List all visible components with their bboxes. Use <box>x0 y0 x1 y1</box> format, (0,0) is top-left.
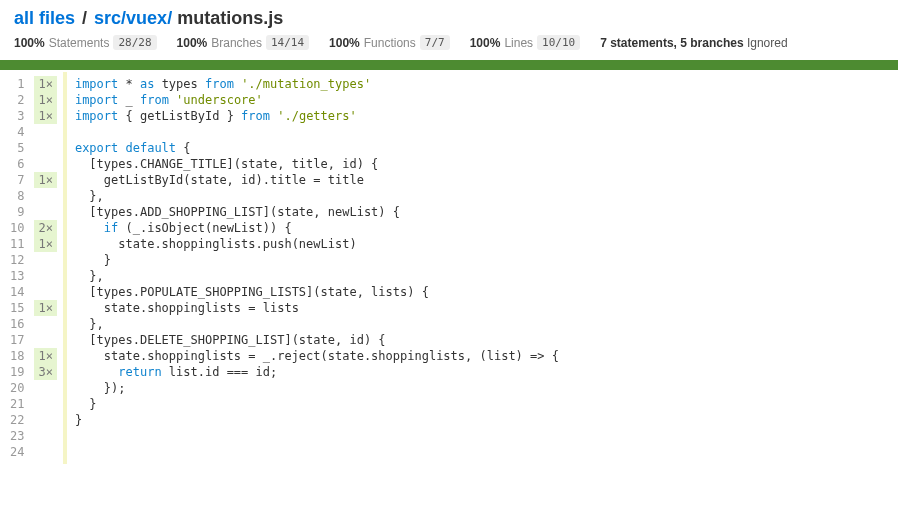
hit-count-empty <box>34 268 56 284</box>
hit-count-empty <box>34 316 56 332</box>
hit-count: 1× <box>34 172 56 188</box>
line-number: 6 <box>10 156 24 172</box>
hit-count-empty <box>34 380 56 396</box>
stat-functions-label: Functions <box>364 36 416 50</box>
code-line: }, <box>75 188 559 204</box>
code-line: getListById(state, id).title = title <box>75 172 559 188</box>
code-line: return list.id === id; <box>75 364 559 380</box>
hit-count-empty <box>34 156 56 172</box>
hit-count-empty <box>34 444 56 460</box>
code-line: }, <box>75 268 559 284</box>
code-line: import { getListById } from './getters' <box>75 108 559 124</box>
code-line: }, <box>75 316 559 332</box>
line-number: 7 <box>10 172 24 188</box>
hit-count: 1× <box>34 92 56 108</box>
code-line: import * as types from './mutation_types… <box>75 76 559 92</box>
code-line: } <box>75 396 559 412</box>
code-line: [types.DELETE_SHOPPING_LIST](state, id) … <box>75 332 559 348</box>
code-line: state.shoppinglists.push(newList) <box>75 236 559 252</box>
stat-statements: 100% Statements 28/28 <box>14 35 157 50</box>
line-number: 17 <box>10 332 24 348</box>
line-number: 13 <box>10 268 24 284</box>
line-number: 9 <box>10 204 24 220</box>
code-viewer: 123456789101112131415161718192021222324 … <box>0 72 898 464</box>
stat-statements-pct: 100% <box>14 36 45 50</box>
report-header: all files / src/vuex/ mutations.js 100% … <box>0 0 898 50</box>
code-line: } <box>75 252 559 268</box>
hit-count: 1× <box>34 76 56 92</box>
hit-count-empty <box>34 252 56 268</box>
stat-ignored: 7 statements, 5 branches Ignored <box>600 36 787 50</box>
hit-count-empty <box>34 204 56 220</box>
line-number: 1 <box>10 76 24 92</box>
stat-functions-fraction: 7/7 <box>420 35 450 50</box>
line-number: 19 <box>10 364 24 380</box>
stat-ignored-suffix: Ignored <box>747 36 788 50</box>
hit-count-empty <box>34 284 56 300</box>
line-number: 20 <box>10 380 24 396</box>
code-line: state.shoppinglists = lists <box>75 300 559 316</box>
line-number: 8 <box>10 188 24 204</box>
line-number: 21 <box>10 396 24 412</box>
line-number: 3 <box>10 108 24 124</box>
stat-functions: 100% Functions 7/7 <box>329 35 450 50</box>
line-number: 22 <box>10 412 24 428</box>
code-line: import _ from 'underscore' <box>75 92 559 108</box>
breadcrumb-folder-link[interactable]: src/vuex/ <box>94 8 172 28</box>
line-number: 12 <box>10 252 24 268</box>
stat-branches-fraction: 14/14 <box>266 35 309 50</box>
source-code: import * as types from './mutation_types… <box>75 72 559 464</box>
stat-functions-pct: 100% <box>329 36 360 50</box>
hit-count-empty <box>34 396 56 412</box>
code-line: [types.POPULATE_SHOPPING_LISTS](state, l… <box>75 284 559 300</box>
stat-branches-pct: 100% <box>177 36 208 50</box>
code-line: if (_.isObject(newList)) { <box>75 220 559 236</box>
line-number: 18 <box>10 348 24 364</box>
stat-statements-label: Statements <box>49 36 110 50</box>
hit-count: 1× <box>34 236 56 252</box>
code-line: export default { <box>75 140 559 156</box>
hit-count-empty <box>34 124 56 140</box>
coverage-marker-gutter <box>63 72 67 464</box>
line-number: 24 <box>10 444 24 460</box>
hit-count: 1× <box>34 348 56 364</box>
line-number: 16 <box>10 316 24 332</box>
hit-count-empty <box>34 412 56 428</box>
line-number: 4 <box>10 124 24 140</box>
code-line <box>75 124 559 140</box>
hit-count: 3× <box>34 364 56 380</box>
line-number: 5 <box>10 140 24 156</box>
hit-count: 1× <box>34 108 56 124</box>
code-line <box>75 444 559 460</box>
breadcrumb-root-link[interactable]: all files <box>14 8 75 28</box>
line-number: 23 <box>10 428 24 444</box>
stat-statements-fraction: 28/28 <box>113 35 156 50</box>
code-line: [types.CHANGE_TITLE](state, title, id) { <box>75 156 559 172</box>
code-line: }); <box>75 380 559 396</box>
code-line <box>75 428 559 444</box>
stat-lines: 100% Lines 10/10 <box>470 35 581 50</box>
coverage-stats-row: 100% Statements 28/28 100% Branches 14/1… <box>14 35 884 50</box>
line-number: 11 <box>10 236 24 252</box>
hit-count-empty <box>34 428 56 444</box>
stat-ignored-counts: 7 statements, 5 branches <box>600 36 743 50</box>
hit-count-empty <box>34 188 56 204</box>
line-number: 10 <box>10 220 24 236</box>
breadcrumb: all files / src/vuex/ mutations.js <box>14 8 884 29</box>
coverage-bar <box>0 60 898 70</box>
hit-count: 1× <box>34 300 56 316</box>
stat-branches: 100% Branches 14/14 <box>177 35 310 50</box>
line-number: 2 <box>10 92 24 108</box>
hit-count-empty <box>34 140 56 156</box>
stat-lines-fraction: 10/10 <box>537 35 580 50</box>
code-line: [types.ADD_SHOPPING_LIST](state, newList… <box>75 204 559 220</box>
hit-count-empty <box>34 332 56 348</box>
stat-lines-label: Lines <box>504 36 533 50</box>
stat-branches-label: Branches <box>211 36 262 50</box>
line-number-gutter: 123456789101112131415161718192021222324 <box>0 72 28 464</box>
code-line: state.shoppinglists = _.reject(state.sho… <box>75 348 559 364</box>
hit-count-gutter: 1×1×1× 1× 2×1× 1× 1×3× <box>28 72 62 464</box>
breadcrumb-separator: / <box>82 8 87 28</box>
stat-lines-pct: 100% <box>470 36 501 50</box>
line-number: 15 <box>10 300 24 316</box>
